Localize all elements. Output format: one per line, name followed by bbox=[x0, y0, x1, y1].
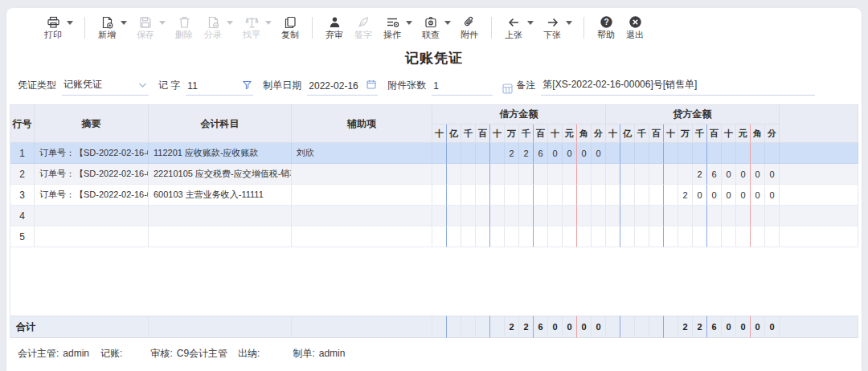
credit-digit-cell[interactable] bbox=[693, 143, 707, 164]
chevron-down-icon[interactable] bbox=[67, 21, 73, 25]
debit-digit-cell[interactable] bbox=[490, 206, 505, 226]
debit-digit-cell[interactable] bbox=[490, 164, 505, 185]
debit-digit-cell[interactable] bbox=[563, 206, 577, 226]
cell-auxiliary[interactable] bbox=[292, 206, 432, 226]
credit-digit-cell[interactable] bbox=[635, 143, 649, 164]
debit-digit-cell[interactable] bbox=[563, 164, 577, 185]
debit-digit-cell[interactable] bbox=[432, 206, 447, 226]
exit-button[interactable]: 退出 bbox=[624, 15, 645, 40]
debit-digit-cell[interactable] bbox=[461, 206, 476, 226]
credit-digit-cell[interactable] bbox=[751, 143, 765, 164]
credit-digit-cell[interactable] bbox=[678, 143, 693, 164]
cell-account[interactable] bbox=[149, 206, 292, 226]
debit-digit-cell[interactable]: 2 bbox=[519, 143, 534, 164]
credit-digit-cell[interactable] bbox=[736, 206, 751, 226]
attachment-button[interactable]: 附件 bbox=[459, 15, 480, 40]
credit-digit-cell[interactable] bbox=[649, 143, 664, 164]
credit-digit-cell[interactable]: 0 bbox=[751, 164, 765, 185]
table-row-5[interactable]: 5 bbox=[10, 226, 858, 247]
credit-digit-cell[interactable]: 0 bbox=[736, 164, 751, 185]
chevron-down-icon[interactable] bbox=[527, 21, 534, 25]
credit-digit-cell[interactable] bbox=[620, 185, 635, 206]
cell-row-no[interactable]: 2 bbox=[10, 164, 35, 185]
credit-digit-cell[interactable]: 0 bbox=[736, 185, 751, 206]
debit-digit-cell[interactable] bbox=[577, 226, 592, 247]
cell-summary[interactable]: 订单号：【SD-2022-02-16-00003... bbox=[35, 164, 149, 185]
debit-digit-cell[interactable] bbox=[432, 143, 447, 164]
table-row-2[interactable]: 2订单号：【SD-2022-02-16-00003...22210105 应交税… bbox=[10, 164, 858, 185]
debit-digit-cell[interactable]: 0 bbox=[563, 143, 577, 164]
debit-digit-cell[interactable] bbox=[432, 164, 447, 185]
debit-digit-cell[interactable]: 0 bbox=[577, 143, 592, 164]
cell-summary[interactable] bbox=[35, 226, 149, 247]
credit-digit-cell[interactable] bbox=[620, 164, 635, 185]
debit-digit-cell[interactable] bbox=[505, 226, 519, 247]
copy-button[interactable]: 复制 bbox=[280, 15, 301, 40]
debit-digit-cell[interactable] bbox=[592, 206, 606, 226]
debit-digit-cell[interactable] bbox=[447, 143, 461, 164]
debit-digit-cell[interactable] bbox=[447, 226, 461, 247]
cell-auxiliary[interactable] bbox=[292, 185, 432, 206]
credit-digit-cell[interactable] bbox=[649, 226, 664, 247]
debit-digit-cell[interactable] bbox=[476, 185, 490, 206]
cell-account[interactable]: 22210105 应交税费-应交增值税-销项税款 bbox=[149, 164, 292, 185]
debit-digit-cell[interactable] bbox=[592, 185, 606, 206]
debit-digit-cell[interactable] bbox=[534, 185, 548, 206]
cell-auxiliary[interactable]: 刘欣 bbox=[292, 143, 432, 164]
credit-digit-cell[interactable] bbox=[736, 143, 751, 164]
credit-digit-cell[interactable] bbox=[649, 185, 664, 206]
credit-digit-cell[interactable]: 0 bbox=[765, 164, 780, 185]
debit-digit-cell[interactable] bbox=[563, 226, 577, 247]
cell-account[interactable] bbox=[149, 226, 292, 247]
debit-digit-cell[interactable]: 2 bbox=[505, 143, 519, 164]
credit-digit-cell[interactable] bbox=[678, 226, 693, 247]
debit-digit-cell[interactable] bbox=[447, 206, 461, 226]
credit-digit-cell[interactable] bbox=[693, 206, 707, 226]
credit-digit-cell[interactable] bbox=[664, 185, 678, 206]
debit-digit-cell[interactable] bbox=[577, 206, 592, 226]
calendar-icon[interactable] bbox=[366, 80, 376, 92]
credit-digit-cell[interactable] bbox=[635, 164, 649, 185]
debit-digit-cell[interactable] bbox=[534, 164, 548, 185]
remark-input[interactable]: 第[XS-2022-02-16-00006]号[销售单] bbox=[541, 78, 815, 96]
table-row-4[interactable]: 4 bbox=[10, 206, 858, 226]
cell-account[interactable]: 600103 主营业务收入-11111 bbox=[149, 185, 292, 206]
credit-digit-cell[interactable] bbox=[664, 164, 678, 185]
cell-row-no[interactable]: 3 bbox=[10, 185, 35, 206]
next-voucher-button[interactable]: 下张 bbox=[542, 15, 572, 40]
debit-digit-cell[interactable] bbox=[548, 206, 563, 226]
debit-digit-cell[interactable]: 0 bbox=[548, 143, 563, 164]
debit-digit-cell[interactable] bbox=[476, 226, 490, 247]
debit-digit-cell[interactable] bbox=[519, 226, 534, 247]
credit-digit-cell[interactable] bbox=[620, 143, 635, 164]
debit-digit-cell[interactable] bbox=[476, 206, 490, 226]
credit-digit-cell[interactable] bbox=[635, 185, 649, 206]
cell-auxiliary[interactable] bbox=[292, 226, 432, 247]
credit-digit-cell[interactable] bbox=[722, 206, 736, 226]
make-date-input[interactable]: 2022-02-16 bbox=[307, 80, 378, 96]
credit-digit-cell[interactable]: 0 bbox=[751, 185, 765, 206]
credit-digit-cell[interactable] bbox=[722, 143, 736, 164]
credit-digit-cell[interactable] bbox=[765, 226, 780, 247]
cell-row-no[interactable]: 4 bbox=[10, 206, 35, 226]
credit-digit-cell[interactable] bbox=[635, 206, 649, 226]
credit-digit-cell[interactable]: 0 bbox=[722, 164, 736, 185]
debit-digit-cell[interactable] bbox=[577, 164, 592, 185]
credit-digit-cell[interactable] bbox=[606, 164, 620, 185]
credit-digit-cell[interactable] bbox=[678, 206, 693, 226]
link-query-button[interactable]: 联查 bbox=[420, 15, 451, 40]
help-button[interactable]: ?帮助 bbox=[596, 15, 616, 40]
operate-button[interactable]: 操作 bbox=[382, 15, 412, 40]
filter-icon[interactable] bbox=[243, 80, 252, 92]
debit-digit-cell[interactable] bbox=[447, 164, 461, 185]
debit-digit-cell[interactable] bbox=[505, 185, 519, 206]
chevron-down-icon[interactable] bbox=[566, 21, 572, 25]
credit-digit-cell[interactable] bbox=[693, 226, 707, 247]
credit-digit-cell[interactable] bbox=[664, 206, 678, 226]
print-button[interactable]: 打印 bbox=[43, 15, 73, 40]
credit-digit-cell[interactable] bbox=[606, 206, 620, 226]
debit-digit-cell[interactable] bbox=[461, 143, 476, 164]
credit-digit-cell[interactable] bbox=[765, 143, 780, 164]
cell-summary[interactable]: 订单号：【SD-2022-02-16-00003... bbox=[35, 185, 149, 206]
debit-digit-cell[interactable] bbox=[461, 164, 476, 185]
